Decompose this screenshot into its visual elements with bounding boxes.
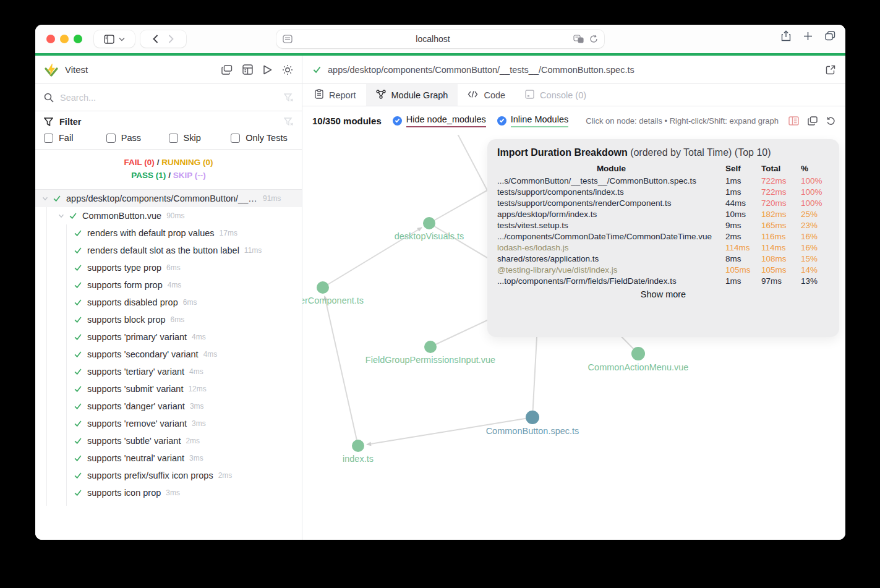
clear-filters-icon[interactable] (284, 117, 293, 126)
inline-modules-checkbox[interactable]: Inline Modules (497, 114, 569, 127)
graph-node-CommonButton.spec.ts[interactable] (526, 411, 539, 424)
layers-icon[interactable] (221, 65, 233, 75)
back-button[interactable] (153, 35, 158, 43)
test-case-time: 4ms (189, 367, 203, 376)
check-icon (312, 65, 322, 74)
tab-module-graph[interactable]: Module Graph (366, 84, 458, 106)
breakdown-row[interactable]: tests/support/components/renderComponent… (497, 197, 829, 208)
test-case-row[interactable]: supports 'tertiary' variant 4ms (35, 363, 302, 380)
graph-node-label: index.ts (343, 454, 374, 464)
checkbox-unchecked-icon[interactable] (231, 134, 240, 143)
test-case-row[interactable]: supports prefix/suffix icon props 2ms (35, 467, 302, 484)
check-icon (74, 263, 82, 272)
dashboard-icon[interactable] (242, 64, 253, 75)
graph-node-index.ts[interactable] (352, 440, 364, 452)
zoom-button[interactable] (74, 35, 82, 43)
graph-node-desktopVisuals.ts[interactable] (423, 217, 435, 229)
filter-checkbox-fail[interactable]: Fail (44, 133, 106, 143)
breakdown-module: tests/support/components/index.ts (497, 186, 725, 197)
show-more-button[interactable]: Show more (497, 289, 829, 299)
breakdown-module: apps/desktop/form/index.ts (497, 208, 725, 219)
new-tab-icon[interactable] (803, 32, 813, 41)
checkbox-unchecked-icon[interactable] (106, 134, 116, 143)
filter-checkbox-skip[interactable]: Skip (169, 133, 231, 143)
reader-icon[interactable] (283, 35, 293, 43)
skip-count: SKIP (--) (173, 171, 206, 180)
test-case-row[interactable]: supports form prop 4ms (35, 276, 302, 294)
check-icon (74, 385, 82, 393)
share-icon[interactable] (781, 30, 791, 41)
breakdown-row[interactable]: apps/desktop/form/index.ts 10ms 182ms 25… (497, 208, 829, 219)
test-case-row[interactable]: supports 'secondary' variant 4ms (35, 346, 302, 363)
graph-node-renderComponent.ts[interactable] (317, 281, 329, 294)
filter-checkbox-only-tests[interactable]: Only Tests (231, 133, 293, 143)
checkbox-unchecked-icon[interactable] (169, 134, 178, 143)
checkbox-unchecked-icon[interactable] (44, 134, 53, 143)
breakdown-row[interactable]: tests/vitest.setup.ts 9ms 165ms 23% (497, 219, 829, 231)
test-case-label: supports prefix/suffix icon props (87, 471, 213, 480)
breakdown-row[interactable]: shared/stores/application.ts 8ms 108ms 1… (497, 253, 829, 264)
hide-node-modules-checkbox[interactable]: Hide node_modules (393, 114, 486, 127)
test-case-row[interactable]: supports block prop 6ms (35, 311, 302, 328)
tab-console-0[interactable]: Console (0) (515, 84, 596, 106)
checkbox-checked-icon[interactable] (497, 116, 506, 126)
test-file-label: apps/desktop/components/CommonButton/__t… (66, 194, 258, 203)
test-case-row[interactable]: renders default slot as the button label… (35, 242, 302, 259)
tab-label: Code (484, 90, 505, 100)
breakdown-row[interactable]: ...s/CommonButton/__tests__/CommonButton… (497, 175, 829, 186)
test-case-label: supports 'neutral' variant (87, 453, 184, 463)
graph-node-FieldGroupPermissionsInput.vue[interactable] (424, 341, 437, 353)
reload-icon[interactable] (589, 35, 598, 43)
filter-checkbox-pass[interactable]: Pass (106, 133, 169, 143)
test-file-row[interactable]: apps/desktop/components/CommonButton/__t… (35, 190, 302, 207)
checkbox-checked-icon[interactable] (393, 116, 402, 126)
clear-search-filter-icon[interactable] (284, 93, 293, 102)
breakdown-row[interactable]: @testing-library/vue/dist/index.js 105ms… (497, 264, 829, 275)
sidebar-toggle-button[interactable] (94, 30, 135, 48)
close-button[interactable] (46, 35, 55, 43)
chevron-down-icon[interactable] (58, 212, 65, 219)
test-case-row[interactable]: supports 'danger' variant 3ms (35, 398, 302, 415)
minimize-button[interactable] (60, 35, 69, 43)
translate-icon[interactable] (573, 35, 584, 43)
copy-graph-icon[interactable] (808, 116, 818, 126)
search-input[interactable] (60, 93, 278, 103)
open-external-icon[interactable] (826, 65, 835, 75)
tab-label: Console (0) (540, 90, 586, 100)
tab-report[interactable]: Report (305, 84, 366, 106)
test-case-row[interactable]: supports disabled prop 6ms (35, 294, 302, 311)
test-case-label: supports 'tertiary' variant (87, 367, 184, 377)
theme-toggle-icon[interactable] (282, 64, 293, 75)
breakdown-row[interactable]: lodash-es/lodash.js 114ms 114ms 16% (497, 242, 829, 253)
fail-count: FAIL (0) (124, 158, 155, 167)
graph-node-label: CommonActionMenu.vue (588, 362, 689, 372)
reset-graph-icon[interactable] (826, 116, 835, 126)
chevron-down-icon[interactable] (41, 195, 49, 202)
test-case-row[interactable]: supports 'submit' variant 12ms (35, 380, 302, 398)
test-case-row[interactable]: supports 'neutral' variant 3ms (35, 450, 302, 467)
breakdown-panel-icon[interactable] (788, 116, 799, 126)
graph-node-CommonActionMenu.vue[interactable] (631, 347, 645, 360)
breakdown-row[interactable]: tests/support/components/index.ts 1ms 72… (497, 186, 829, 197)
address-bar[interactable]: localhost (276, 30, 604, 48)
run-icon[interactable] (263, 65, 272, 75)
test-case-row[interactable]: supports icon prop 3ms (35, 484, 302, 501)
test-case-row[interactable]: supports 'remove' variant 3ms (35, 415, 302, 432)
test-case-row[interactable]: renders with default prop values 17ms (35, 224, 302, 242)
test-case-time: 3ms (190, 402, 204, 411)
breakdown-row[interactable]: .../components/CommonDateTime/CommonDate… (497, 231, 829, 242)
tab-overview-icon[interactable] (825, 31, 835, 41)
breakdown-pct: 25% (801, 208, 829, 219)
test-case-row[interactable]: supports 'primary' variant 4ms (35, 328, 302, 346)
check-icon (74, 333, 82, 341)
breakdown-self: 9ms (725, 219, 761, 231)
tab-code[interactable]: Code (458, 84, 515, 106)
import-duration-breakdown-panel: Import Duration Breakdown (ordered by To… (487, 139, 839, 337)
forward-button[interactable] (168, 35, 174, 43)
breakdown-row[interactable]: ...top/components/Form/fields/FieldDate/… (497, 275, 829, 286)
module-graph-canvas[interactable]: desktopVisuals.tsrenderComponent.tsField… (302, 135, 845, 540)
check-icon (74, 471, 82, 480)
test-case-row[interactable]: supports 'subtle' variant 2ms (35, 432, 302, 450)
test-case-row[interactable]: supports type prop 6ms (35, 259, 302, 276)
test-suite-row[interactable]: CommonButton.vue 90ms (35, 207, 302, 224)
